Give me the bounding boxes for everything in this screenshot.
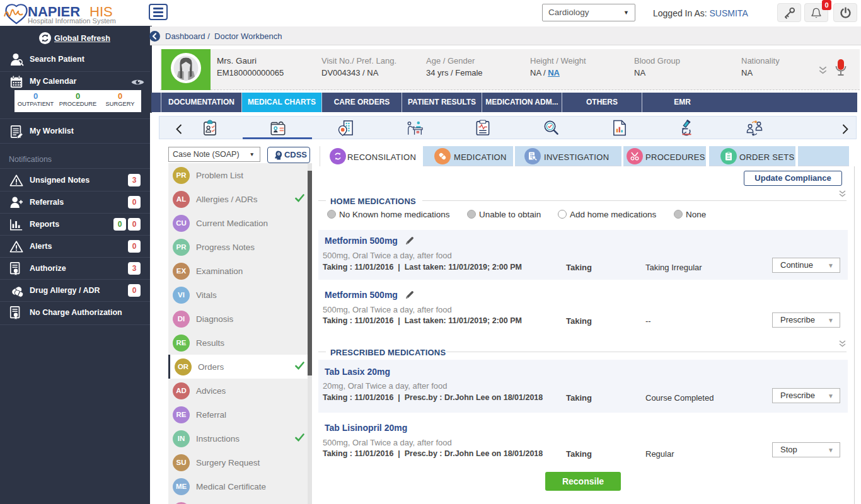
svg-text:Hospital Information System: Hospital Information System bbox=[28, 17, 116, 25]
